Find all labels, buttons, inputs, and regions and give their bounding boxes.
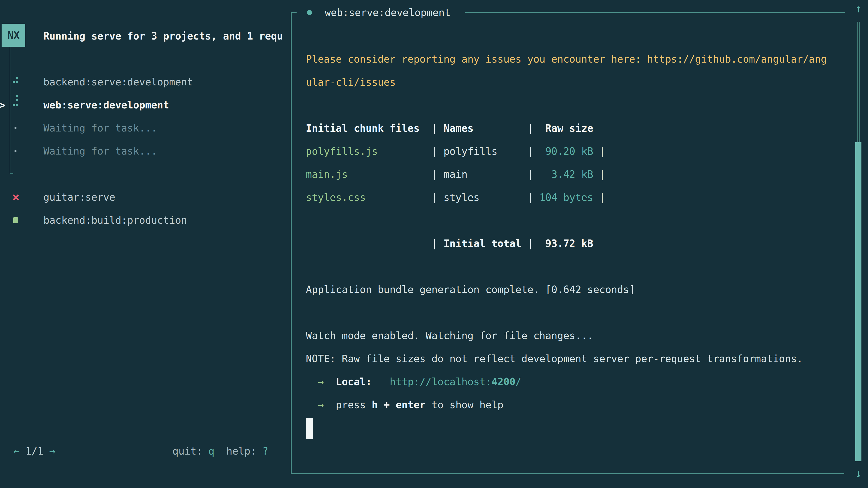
terminal-text: | Initial total | 93.72 kB [432,238,593,249]
panel-title: web:serve:development [325,8,451,17]
panel-bottom-border [291,473,844,474]
task-list-spacer [0,163,291,186]
terminal-text: Initial chunk files | Names | Raw size [306,123,593,134]
task-item[interactable]: Waiting for task... [0,117,291,140]
terminal-line [306,209,846,232]
page-next-arrow[interactable]: → [49,445,55,457]
terminal-line: main.js | main | 3.42 kB | [306,163,846,186]
local-url-link[interactable]: http://localhost: [390,376,491,387]
terminal-line [306,94,846,117]
local-url-port[interactable]: 4200 [491,376,515,387]
hint-label: help: [214,445,262,457]
prompt-arrow-icon: → [318,399,324,411]
nx-logo-badge: NX [2,24,25,47]
terminal-text [372,376,390,387]
terminal-text: | [432,168,443,180]
terminal-text: to show help [426,399,503,411]
terminal-line: Please consider reporting any issues you… [306,48,846,71]
task-item[interactable]: backend:serve:development [0,70,291,94]
task-label: backend:serve:development [43,70,193,94]
terminal-text: polyfills.js [306,145,432,157]
panel-top-border: web:serve:development [291,8,845,17]
terminal-text [306,238,432,249]
task-item[interactable]: guitar:serve [0,186,291,209]
scroll-up-arrow-icon[interactable]: ↑ [852,0,864,17]
terminal-text [306,399,318,411]
sidebar-header-title: Running serve for 3 projects, and 1 requ [43,25,283,48]
task-label: web:serve:development [43,94,169,117]
terminal-text: | [593,192,605,203]
terminal-text [324,376,336,387]
terminal-line: → press h + enter to show help [306,393,846,416]
terminal-text: 3.42 kB [533,168,593,180]
terminal-text [306,376,318,387]
pagination: ←1/1→ [13,440,55,463]
terminal-line [306,301,846,324]
terminal-text: | [593,145,605,157]
terminal-text: | [593,168,605,180]
page-prev-arrow[interactable]: ← [13,445,20,457]
terminal-line: polyfills.js | polyfills | 90.20 kB | [306,140,846,163]
terminal-line: Initial chunk files | Names | Raw size [306,117,846,140]
terminal-text: press [336,399,372,411]
panel-border-segment [465,12,845,13]
running-status-dot-icon [307,10,312,15]
terminal-text [324,399,336,411]
page-indicator: 1/1 [26,445,43,457]
terminal-text: styles [443,192,527,203]
terminal-line [306,255,846,278]
task-label: Waiting for task... [43,140,157,163]
terminal-text: h + enter [372,399,426,411]
terminal-text: ular-cli/issues [306,76,396,88]
terminal-text: Application bundle generation complete. … [306,284,635,295]
terminal-line: styles.css | styles | 104 bytes | [306,186,846,209]
panel-left-border [291,12,291,474]
scroll-down-arrow-icon[interactable]: ↓ [852,465,864,482]
task-item[interactable]: web:serve:development [0,94,291,117]
task-list: backend:serve:developmentweb:serve:devel… [0,70,291,232]
terminal-output: Please consider reporting any issues you… [306,48,846,440]
terminal-text: 90.20 kB [533,145,593,157]
terminal-line: | Initial total | 93.72 kB [306,232,846,255]
terminal-text: polyfills [443,145,527,157]
terminal-text: | [432,145,443,157]
local-url-slash[interactable]: / [515,376,522,387]
terminal-text: Watch mode enabled. Watching for file ch… [306,330,593,341]
task-label: Waiting for task... [43,117,157,140]
keyboard-hints: quit: q help: ? [173,440,268,463]
prompt-arrow-icon: → [318,376,324,387]
terminal-text: styles.css [306,192,432,203]
terminal-text: | [527,192,533,203]
task-item[interactable]: Waiting for task... [0,140,291,163]
hint-label: quit: [173,445,209,457]
terminal-text: Please consider reporting any issues you… [306,53,827,65]
terminal-text: main.js [306,168,432,180]
hint-key: q [209,445,215,457]
hint-key: ? [262,445,268,457]
task-label: backend:build:production [43,209,187,232]
scrollbar-thumb[interactable] [855,142,862,461]
terminal-line: ular-cli/issues [306,71,846,94]
terminal-line [306,416,846,440]
terminal-line: Application bundle generation complete. … [306,278,846,301]
task-item[interactable]: backend:build:production [0,209,291,232]
task-label: guitar:serve [43,186,115,209]
terminal-line: → Local: http://localhost:4200/ [306,370,846,393]
terminal-line: NOTE: Raw file sizes do not reflect deve… [306,347,846,370]
terminal-cursor [306,418,313,439]
terminal-text: | [432,192,443,203]
terminal-text: 104 bytes [533,192,593,203]
terminal-text: | [527,168,533,180]
terminal-line: Watch mode enabled. Watching for file ch… [306,324,846,347]
terminal-text: Local: [336,376,372,387]
terminal-text: NOTE: Raw file sizes do not reflect deve… [306,353,803,364]
terminal-text: main [443,168,527,180]
terminal-text: | [527,145,533,157]
scrollbar-track[interactable] [857,22,860,142]
